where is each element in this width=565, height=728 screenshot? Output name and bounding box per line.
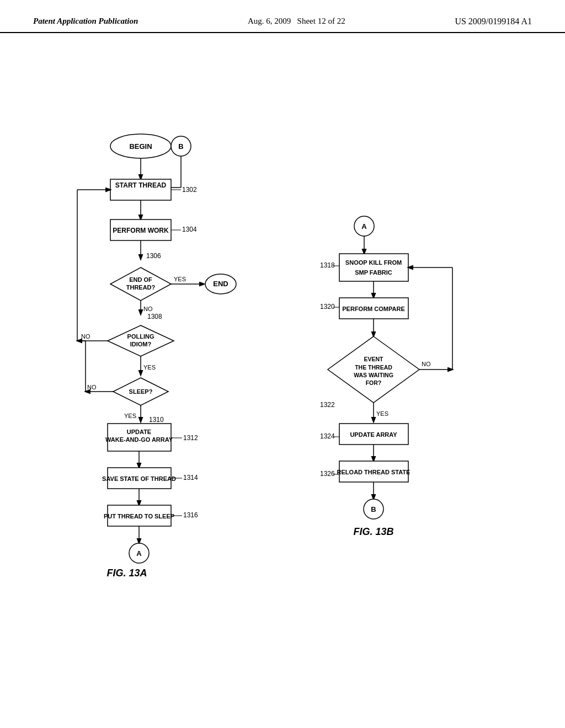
snoop-kill-label: SNOOP KILL FROM [345, 259, 402, 266]
reload-thread-label: RELOAD THREAD STATE [337, 469, 411, 475]
event-label: EVENT [364, 356, 383, 362]
end-of-thread-label: END OF [129, 276, 152, 283]
ref1318: 1318 [320, 261, 335, 269]
header-left: Patent Application Publication [33, 17, 138, 26]
yes-sleep-label: YES [124, 413, 136, 419]
svg-text:SMP FABRIC: SMP FABRIC [355, 269, 392, 276]
polling-idiom-label: POLLING [127, 333, 154, 340]
ref1304: 1304 [182, 226, 197, 233]
svg-text:THE THREAD: THE THREAD [355, 364, 392, 371]
fig13b-label: FIG. 13B [353, 526, 393, 537]
sleep-label: SLEEP? [129, 388, 153, 395]
b-top-label: B [178, 142, 183, 151]
put-sleep-label: PUT THREAD TO SLEEP [104, 513, 174, 520]
yes-polling-label: YES [143, 364, 156, 371]
ref1322: 1322 [320, 401, 335, 409]
ref1316: 1316 [183, 511, 198, 519]
fig13a-label: FIG. 13A [106, 568, 147, 579]
ref1302: 1302 [182, 186, 197, 194]
end-label: END [213, 280, 228, 288]
svg-text:WAS WAITING: WAS WAITING [354, 372, 393, 378]
no-polling-label: NO [81, 333, 90, 340]
save-state-label: SAVE STATE OF THREAD [102, 475, 176, 482]
a-top-label: A [361, 222, 367, 231]
no1-label: NO [143, 306, 153, 312]
svg-text:THREAD?: THREAD? [126, 284, 156, 291]
ref1310: 1310 [149, 416, 164, 424]
no-sleep-label: NO [87, 384, 97, 390]
ref1306: 1306 [146, 252, 161, 260]
ref1326: 1326 [320, 470, 335, 478]
b-bottom-label: B [371, 505, 376, 513]
yes-event-label: YES [376, 410, 388, 417]
perform-work-label: PERFORM WORK [113, 227, 169, 234]
ref1312: 1312 [183, 434, 198, 442]
ref1320: 1320 [320, 303, 335, 311]
update-wake-label: UPDATE [127, 429, 151, 435]
ref1324: 1324 [320, 432, 335, 440]
diagram-area: BEGIN B START THREAD 1302 PERFORM WORK 1… [0, 39, 565, 700]
ref1314: 1314 [183, 474, 198, 481]
svg-rect-43 [339, 254, 408, 281]
header-center: Aug. 6, 2009 Sheet 12 of 22 [248, 17, 345, 26]
header-right: US 2009/0199184 A1 [455, 17, 532, 26]
header: Patent Application Publication Aug. 6, 2… [0, 0, 565, 33]
a-bottom-label: A [136, 549, 142, 558]
perform-compare-label: PERFORM COMPARE [342, 306, 404, 312]
svg-text:IDIOM?: IDIOM? [130, 341, 152, 347]
no-event-label: NO [422, 361, 431, 367]
svg-text:FOR?: FOR? [366, 379, 382, 386]
begin-label: BEGIN [129, 142, 152, 151]
svg-text:WAKE-AND-GO ARRAY: WAKE-AND-GO ARRAY [105, 436, 173, 443]
start-thread-label: START THREAD [115, 181, 167, 189]
ref1308: 1308 [147, 313, 162, 320]
yes1-label: YES [174, 276, 186, 282]
update-array-label: UPDATE ARRAY [350, 431, 397, 438]
